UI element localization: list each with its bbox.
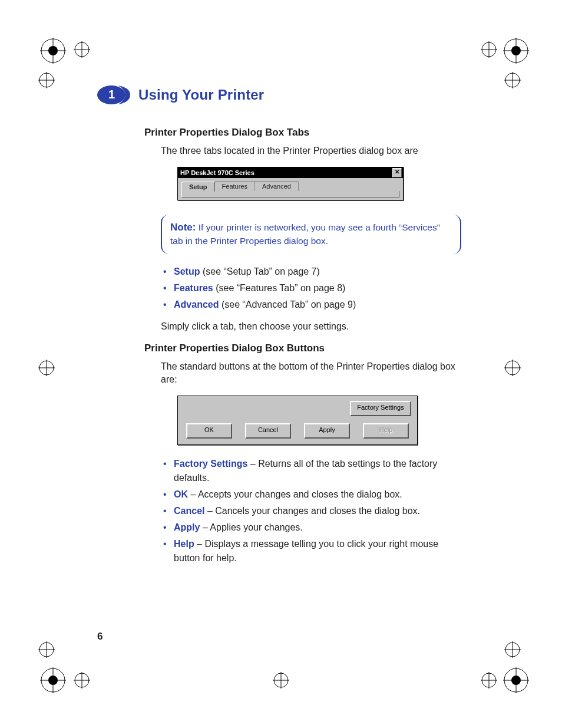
registration-mark-icon xyxy=(273,672,289,689)
term: Setup xyxy=(174,266,200,276)
chapter-number: 1 xyxy=(108,88,115,101)
chapter-badge: 1 xyxy=(97,85,130,104)
buttons-intro: The standard buttons at the bottom of th… xyxy=(161,360,461,386)
registration-mark-icon xyxy=(38,360,55,376)
term: Advanced xyxy=(174,299,219,309)
tabs-bullet-list: Setup (see “Setup Tab” on page 7) Featur… xyxy=(161,265,461,312)
dialog-body-strip xyxy=(181,191,399,197)
note-text: If your printer is networked, you may se… xyxy=(170,222,440,245)
registration-mark-icon xyxy=(74,41,90,58)
buttons-row-2: OK Cancel Apply Help xyxy=(184,423,411,439)
dialog-tabs-row: Setup Features Advanced xyxy=(178,178,403,191)
dialog-titlebar: HP DeskJet 970C Series ✕ xyxy=(178,167,403,178)
list-item: Factory Settings – Returns all of the ta… xyxy=(161,457,461,485)
dialog-figure: HP DeskJet 970C Series ✕ Setup Features … xyxy=(177,167,404,200)
term: Apply xyxy=(174,522,200,532)
buttons-row-1: Factory Settings xyxy=(184,401,411,416)
list-rest: (see “Advanced Tab” on page 9) xyxy=(219,299,356,309)
list-item: Setup (see “Setup Tab” on page 7) xyxy=(161,265,461,279)
chapter-title: Using Your Printer xyxy=(138,87,264,103)
buttons-figure: Factory Settings OK Cancel Apply Help xyxy=(177,396,418,445)
list-item: Cancel – Cancels your changes and closes… xyxy=(161,504,461,518)
list-rest: – Accepts your changes and closes the di… xyxy=(188,489,402,499)
registration-mark-icon xyxy=(481,41,497,58)
registration-mark-icon xyxy=(481,672,497,689)
dialog-tab-setup[interactable]: Setup xyxy=(181,182,215,192)
factory-settings-button[interactable]: Factory Settings xyxy=(350,401,411,416)
section-heading-buttons: Printer Properties Dialog Box Buttons xyxy=(144,342,474,354)
list-item: Features (see “Features Tab” on page 8) xyxy=(161,281,461,295)
term: OK xyxy=(174,489,188,499)
registration-mark-icon xyxy=(40,667,66,693)
list-rest: – Applies your changes. xyxy=(200,522,302,532)
section-buttons-body: The standard buttons at the bottom of th… xyxy=(161,360,461,565)
list-rest: – Cancels your changes and closes the di… xyxy=(204,506,420,516)
registration-mark-icon xyxy=(38,72,55,88)
registration-mark-icon xyxy=(503,38,529,64)
registration-mark-icon xyxy=(74,672,90,689)
section-heading-tabs: Printer Properties Dialog Box Tabs xyxy=(144,127,474,139)
close-icon[interactable]: ✕ xyxy=(392,168,402,177)
list-item: OK – Accepts your changes and closes the… xyxy=(161,487,461,502)
tabs-closing: Simply click a tab, then choose your set… xyxy=(161,320,461,333)
buttons-bullet-list: Factory Settings – Returns all of the ta… xyxy=(161,457,461,565)
list-rest: (see “Setup Tab” on page 7) xyxy=(200,266,319,276)
note-label: Note: xyxy=(170,222,196,233)
page-number: 6 xyxy=(97,631,103,643)
list-rest: (see “Features Tab” on page 8) xyxy=(213,283,346,293)
registration-mark-icon xyxy=(504,72,521,88)
page-content: 1 Using Your Printer Printer Properties … xyxy=(97,85,474,574)
cancel-button[interactable]: Cancel xyxy=(245,423,291,439)
term: Features xyxy=(174,283,213,293)
dialog-tab-features[interactable]: Features xyxy=(214,181,255,191)
list-item: Help – Displays a message telling you to… xyxy=(161,537,461,565)
term: Help xyxy=(174,539,194,549)
list-item: Advanced (see “Advanced Tab” on page 9) xyxy=(161,298,461,312)
registration-mark-icon xyxy=(503,667,529,693)
help-button[interactable]: Help xyxy=(363,423,409,439)
list-rest: – Displays a message telling you to clic… xyxy=(174,539,438,563)
dialog-tab-advanced[interactable]: Advanced xyxy=(254,181,299,191)
registration-mark-icon xyxy=(504,641,521,658)
chapter-heading: 1 Using Your Printer xyxy=(97,85,474,104)
registration-mark-icon xyxy=(504,360,521,376)
tabs-intro: The three tabs located in the Printer Pr… xyxy=(161,144,461,157)
ok-button[interactable]: OK xyxy=(186,423,232,439)
dialog-title: HP DeskJet 970C Series xyxy=(180,169,254,176)
note-callout: Note: If your printer is networked, you … xyxy=(161,215,461,254)
term: Cancel xyxy=(174,506,204,516)
term: Factory Settings xyxy=(174,459,247,469)
list-item: Apply – Applies your changes. xyxy=(161,521,461,535)
section-tabs-body: The three tabs located in the Printer Pr… xyxy=(161,144,461,333)
registration-mark-icon xyxy=(40,38,66,64)
registration-mark-icon xyxy=(38,641,55,658)
apply-button[interactable]: Apply xyxy=(304,423,350,439)
